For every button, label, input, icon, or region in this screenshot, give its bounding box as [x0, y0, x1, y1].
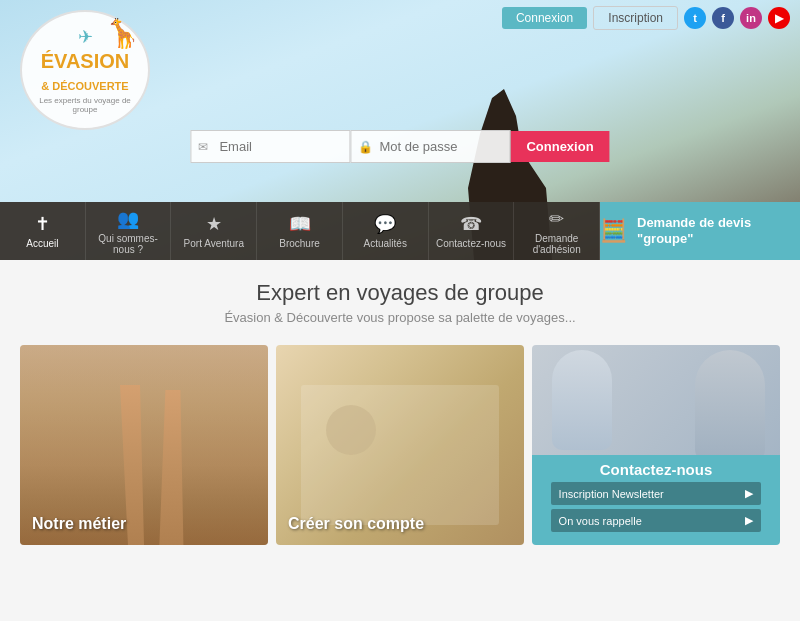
topbar-connexion-button[interactable]: Connexion	[502, 7, 587, 29]
nav-label-contactez-nous: Contactez-nous	[436, 238, 506, 249]
card-notre-metier[interactable]: Notre métier	[20, 345, 268, 545]
main-navbar: ✝ Accueil 👥 Qui sommes-nous ? ★ Port Ave…	[0, 202, 600, 260]
email-icon: ✉	[198, 140, 208, 154]
card-creer-compte-label: Créer son compte	[288, 515, 424, 533]
cards-row: Notre métier Créer son compte Contactez-…	[0, 345, 800, 545]
youtube-icon[interactable]: ▶	[768, 7, 790, 29]
nav-label-brochure: Brochure	[279, 238, 320, 249]
contactez-nous-icon: ☎	[460, 213, 482, 235]
nav-item-accueil[interactable]: ✝ Accueil	[0, 202, 86, 260]
instagram-icon[interactable]: in	[740, 7, 762, 29]
nav-label-accueil: Accueil	[26, 238, 58, 249]
rappel-label: On vous rappelle	[559, 515, 642, 527]
twitter-icon[interactable]: t	[684, 7, 706, 29]
hand-decoration	[326, 405, 376, 455]
nav-label-actualites: Actualités	[364, 238, 407, 249]
card-contact-bottom: Contactez-nous Inscription Newsletter ▶ …	[532, 455, 780, 545]
nav-item-port-aventura[interactable]: ★ Port Aventura	[171, 202, 257, 260]
nav-label-qui-sommes-nous: Qui sommes-nous ?	[90, 233, 167, 255]
email-input[interactable]	[190, 130, 350, 163]
password-wrapper: 🔒	[350, 130, 510, 163]
nav-item-contactez-nous[interactable]: ☎ Contactez-nous	[429, 202, 515, 260]
login-form: ✉ 🔒 Connexion	[190, 130, 609, 163]
logo-title: ÉVASION & DÉCOUVERTE	[41, 50, 130, 94]
heading-section: Expert en voyages de groupe Évasion & Dé…	[0, 260, 800, 335]
actualites-icon: 💬	[374, 213, 396, 235]
port-aventura-icon: ★	[206, 213, 222, 235]
password-input[interactable]	[350, 130, 510, 163]
nav-label-port-aventura: Port Aventura	[184, 238, 244, 249]
brochure-icon: 📖	[289, 213, 311, 235]
calculator-icon: 🧮	[600, 218, 627, 244]
page-subheading: Évasion & Découverte vous propose sa pal…	[0, 310, 800, 325]
newsletter-button[interactable]: Inscription Newsletter ▶	[551, 482, 762, 505]
hero-section: ✈ ÉVASION & DÉCOUVERTE Les experts du vo…	[0, 0, 800, 260]
facebook-icon[interactable]: f	[712, 7, 734, 29]
rappel-button[interactable]: On vous rappelle ▶	[551, 509, 762, 532]
nav-item-qui-sommes-nous[interactable]: 👥 Qui sommes-nous ?	[86, 202, 172, 260]
login-submit-button[interactable]: Connexion	[510, 131, 609, 162]
demande-adhesion-icon: ✏	[549, 208, 564, 230]
giraffe-icon: 🦒	[105, 17, 140, 50]
nav-label-demande-adhesion: Demande d'adhésion	[518, 233, 595, 255]
lock-icon: 🔒	[358, 140, 373, 154]
person-right	[695, 350, 765, 460]
topbar-inscription-button[interactable]: Inscription	[593, 6, 678, 30]
card-contactez-nous[interactable]: Contactez-nous Inscription Newsletter ▶ …	[532, 345, 780, 545]
top-bar: Connexion Inscription t f in ▶	[492, 0, 800, 36]
paper-decoration	[301, 385, 499, 525]
nav-item-actualites[interactable]: 💬 Actualités	[343, 202, 429, 260]
plane-icon: ✈	[78, 26, 93, 48]
accueil-icon: ✝	[35, 213, 50, 235]
newsletter-label: Inscription Newsletter	[559, 488, 664, 500]
qui-sommes-nous-icon: 👥	[117, 208, 139, 230]
main-content: Expert en voyages de groupe Évasion & Dé…	[0, 260, 800, 621]
newsletter-arrow-icon: ▶	[745, 487, 753, 500]
nav-item-brochure[interactable]: 📖 Brochure	[257, 202, 343, 260]
site-logo[interactable]: ✈ ÉVASION & DÉCOUVERTE Les experts du vo…	[20, 10, 150, 130]
page-heading: Expert en voyages de groupe	[0, 280, 800, 306]
card-creer-compte[interactable]: Créer son compte	[276, 345, 524, 545]
email-wrapper: ✉	[190, 130, 350, 163]
card-notre-metier-label: Notre métier	[32, 515, 126, 533]
devis-label: Demande de devis "groupe"	[637, 215, 800, 246]
nav-item-demande-adhesion[interactable]: ✏ Demande d'adhésion	[514, 202, 600, 260]
card-contact-image	[532, 345, 780, 455]
logo-subtitle: Les experts du voyage de groupe	[32, 96, 138, 114]
rappel-arrow-icon: ▶	[745, 514, 753, 527]
person-left	[552, 350, 612, 450]
card-contactez-nous-label: Contactez-nous	[600, 461, 713, 478]
devis-box[interactable]: 🧮 Demande de devis "groupe"	[600, 202, 800, 260]
